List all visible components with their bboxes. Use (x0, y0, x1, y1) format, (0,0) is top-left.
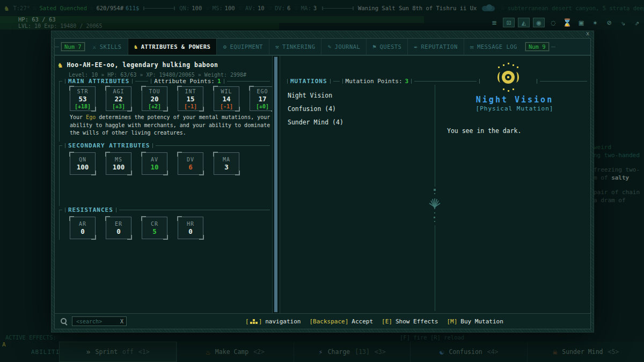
secondary-attributes-header: SECONDARY ATTRIBUTES (59, 142, 270, 149)
main-attributes-row: STR 53 [+18] AGI 22 [+3] TOU 20 [+2] (70, 86, 275, 111)
character-sheet-body: Num 7 ⚔ SKILLS ♞ ATTRIBUTES & POWERS ⚙ E… (54, 38, 591, 329)
game-screen: ♞ T:27° ∷ Sated Quenched ∷ 620/954# 611$… (0, 0, 644, 362)
baboon-icon: ♞ (134, 43, 138, 50)
resistance-ar[interactable]: AR 0 (70, 217, 96, 239)
secondary-attributes-row: QN 100 MS 100 AV 10 DV 6 (70, 152, 239, 175)
map-icon[interactable]: ◭ (518, 18, 530, 27)
attribute-points-value: 1 (217, 78, 221, 85)
section-frame (59, 145, 60, 206)
attribute-av[interactable]: AV 10 (142, 152, 167, 175)
tab-reputation[interactable]: ✒ REPUTATION (407, 39, 463, 55)
mutations-header: MUTATIONS Mutation Points: 3 (284, 77, 587, 85)
attribute-str[interactable]: STR 53 [+18] (70, 86, 96, 111)
skills-icon: ⚔ (93, 43, 97, 50)
character-sheet-window: x Num 7 ⚔ SKILLS ♞ ATTRIBUTES & POWERS ⚙… (51, 31, 594, 333)
tab-journal[interactable]: ✎ JOURNAL (321, 39, 366, 55)
quick-icon-strip: ≡ ⊡ ◭ ◉ ◌ ⌛ ▣ ✶ ⊘ ⇘ ⇗ (489, 14, 642, 31)
sheet-footer: X [ ] navigation [Backspace] Accept (55, 313, 590, 329)
plant-glyph (429, 196, 441, 210)
connector-line (551, 47, 555, 47)
attribute-qn[interactable]: QN 100 (70, 152, 96, 175)
navigation-hint: [ ] navigation (245, 318, 301, 325)
reputation-icon: ✒ (414, 43, 418, 50)
mutations-panel: MUTATIONS Mutation Points: 3 (280, 56, 590, 313)
character-header: ♞ Hoo-AH-EE-oo, legendary hulking baboon (58, 61, 218, 69)
star-icon[interactable]: ✶ (590, 18, 601, 27)
tree-dot (434, 212, 435, 213)
mutation-icon-frame (482, 77, 534, 85)
tree-dot (434, 217, 435, 218)
profile-icon[interactable]: ▣ (576, 18, 587, 27)
resistance-cr[interactable]: CR 5 (142, 217, 167, 239)
attributes-panel: ♞ Hoo-AH-EE-oo, legendary hulking baboon… (55, 56, 272, 313)
search-box: X (72, 316, 127, 326)
connector-line (55, 47, 59, 47)
compass-icon[interactable]: ⊘ (604, 18, 614, 27)
mutation-list: Night Vision Confusion (4) Sunder Mind (… (288, 92, 343, 126)
mutation-points-value: 3 (405, 78, 409, 85)
mutation-tree-axis (435, 225, 435, 311)
tinkering-icon: ⚒ (275, 43, 279, 50)
tree-dot (434, 221, 435, 222)
mutation-detail-description: You see in the dark. (447, 127, 521, 135)
search-icon (60, 317, 68, 325)
tab-skills[interactable]: ⚔ SKILLS (87, 39, 128, 55)
menu-icon[interactable]: ≡ (489, 18, 500, 27)
scrollbar-thumb[interactable] (274, 57, 277, 312)
resistance-er[interactable]: ER 0 (106, 217, 131, 239)
next-tab-hotkey[interactable]: Num 9 (525, 42, 549, 51)
baboon-icon: ♞ (58, 61, 62, 69)
attribute-ma[interactable]: MA 3 (214, 152, 239, 175)
arrows-up-icon[interactable]: ⇗ (632, 18, 642, 27)
tree-dot (434, 193, 435, 194)
clear-search-button[interactable]: X (120, 319, 123, 324)
sphere-icon[interactable]: ◉ (533, 18, 545, 27)
buy-mutation-button[interactable]: [M] Buy Mutation (447, 318, 503, 325)
journal-icon: ✎ (327, 43, 331, 50)
tab-strip: Num 7 ⚔ SKILLS ♞ ATTRIBUTES & POWERS ⚙ E… (55, 39, 590, 56)
search-icon[interactable]: ◌ (548, 18, 559, 27)
footer-hints: [ ] navigation [Backspace] Accept [E] Sh… (245, 318, 503, 325)
search-input[interactable] (75, 318, 120, 325)
hourglass-icon[interactable]: ⌛ (562, 18, 573, 27)
mutation-detail-title: Night Vision (447, 95, 582, 105)
resistances-row: AR 0 ER 0 CR 5 HR 0 (70, 217, 203, 239)
tab-message-log[interactable]: ✉ MESSAGE LOG (464, 39, 523, 55)
night-vision-eye-icon (496, 67, 521, 88)
mutation-confusion[interactable]: Confusion (4) (288, 105, 343, 113)
resistances-header: RESISTANCES (59, 206, 270, 213)
attribute-agi[interactable]: AGI 22 [+3] (106, 86, 131, 111)
attribute-int[interactable]: INT 15 [-1] (178, 86, 203, 111)
character-name: Hoo-AH-EE-oo, legendary hulking baboon (67, 61, 218, 69)
mutation-points-label: Mutation Points: (346, 78, 402, 85)
window-lock-icon[interactable]: ⊡ (503, 18, 515, 27)
tab-equipment[interactable]: ⚙ EQUIPMENT (216, 39, 269, 55)
attribute-tou[interactable]: TOU 20 [+2] (142, 86, 167, 111)
panel-scrollbar (272, 56, 280, 313)
ego-term: Ego (86, 114, 96, 120)
attribute-dv[interactable]: DV 6 (178, 152, 203, 175)
close-icon[interactable]: x (586, 31, 589, 36)
message-log-icon: ✉ (470, 43, 474, 50)
attribute-wil[interactable]: WIL 14 [-1] (214, 86, 239, 111)
tree-dot (434, 189, 436, 191)
attribute-description: Your Ego determines the potency of your … (70, 114, 275, 137)
sheet-content: ♞ Hoo-AH-EE-oo, legendary hulking baboon… (55, 56, 590, 313)
attribute-ego[interactable]: EGO 17 [+0] (250, 86, 275, 111)
prev-tab-hotkey[interactable]: Num 7 (61, 42, 85, 51)
equipment-icon: ⚙ (223, 43, 226, 50)
accept-button[interactable]: [Backspace] Accept (309, 318, 373, 325)
attribute-ms[interactable]: MS 100 (106, 152, 131, 175)
tab-tinkering[interactable]: ⚒ TINKERING (269, 39, 321, 55)
tab-attributes-powers[interactable]: ♞ ATTRIBUTES & POWERS (128, 39, 217, 55)
section-frame (59, 210, 60, 240)
mutation-sunder-mind[interactable]: Sunder Mind (4) (288, 119, 343, 126)
resistance-hr[interactable]: HR 0 (178, 217, 203, 239)
mutation-detail-category: [Physical Mutation] (447, 105, 582, 112)
arrows-down-icon[interactable]: ⇘ (618, 18, 628, 27)
section-frame (59, 81, 60, 142)
show-effects-button[interactable]: [E] Show Effects (382, 318, 438, 325)
tab-quests[interactable]: ⚑ QUESTS (366, 39, 407, 55)
main-attributes-header: MAIN ATTRIBUTES Attribute Points: 1 (59, 78, 270, 85)
mutation-night-vision[interactable]: Night Vision (288, 92, 343, 99)
